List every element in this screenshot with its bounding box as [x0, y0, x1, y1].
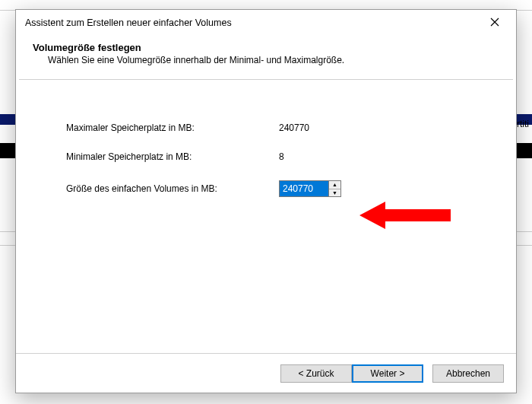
- close-button[interactable]: [478, 11, 511, 34]
- spin-down-button[interactable]: ▼: [329, 189, 340, 197]
- min-space-label: Minimaler Speicherplatz in MB:: [66, 151, 279, 162]
- page-subtitle: Wählen Sie eine Volumegröße innerhalb de…: [33, 55, 499, 65]
- wizard-body: Maximaler Speicherplatz in MB: 240770 Mi…: [16, 80, 516, 353]
- wizard-footer: < Zurück Weiter > Abbrechen: [16, 353, 516, 393]
- volume-size-input[interactable]: [280, 181, 328, 196]
- titlebar: Assistent zum Erstellen neuer einfacher …: [16, 10, 516, 36]
- red-arrow-annotation: [359, 199, 451, 232]
- chevron-down-icon: ▼: [332, 190, 337, 196]
- svg-marker-0: [359, 202, 451, 229]
- cancel-button[interactable]: Abbrechen: [432, 364, 504, 383]
- row-min-space: Minimaler Speicherplatz in MB: 8: [66, 151, 480, 162]
- volume-size-spinbox[interactable]: ▲ ▼: [279, 180, 341, 197]
- max-space-value: 240770: [279, 122, 309, 133]
- row-volume-size: Größe des einfachen Volumes in MB: ▲ ▼: [66, 180, 480, 197]
- volume-size-label: Größe des einfachen Volumes in MB:: [66, 183, 279, 194]
- chevron-up-icon: ▲: [332, 182, 337, 187]
- wizard-header: Volumegröße festlegen Wählen Sie eine Vo…: [16, 36, 516, 75]
- next-button[interactable]: Weiter >: [352, 364, 423, 383]
- window-title: Assistent zum Erstellen neuer einfacher …: [25, 17, 478, 28]
- bg-text-fragment: rtiti: [517, 119, 529, 129]
- wizard-dialog: Assistent zum Erstellen neuer einfacher …: [15, 9, 517, 393]
- row-max-space: Maximaler Speicherplatz in MB: 240770: [66, 122, 480, 133]
- spin-buttons: ▲ ▼: [328, 181, 340, 196]
- max-space-label: Maximaler Speicherplatz in MB:: [66, 122, 279, 133]
- min-space-value: 8: [279, 151, 284, 162]
- page-title: Volumegröße festlegen: [33, 42, 499, 53]
- close-icon: [490, 17, 499, 29]
- back-button[interactable]: < Zurück: [280, 364, 352, 383]
- spin-up-button[interactable]: ▲: [329, 181, 340, 189]
